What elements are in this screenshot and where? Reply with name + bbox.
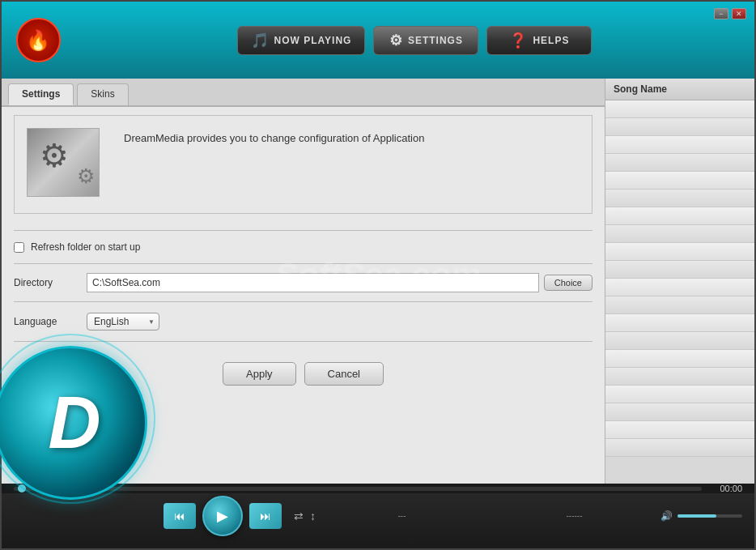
language-select[interactable]: EngLish [87, 313, 159, 330]
apply-button[interactable]: Apply [223, 362, 296, 386]
helps-label: HELPS [533, 35, 569, 46]
list-item[interactable] [605, 118, 754, 136]
list-item[interactable] [605, 386, 754, 403]
list-item[interactable] [605, 421, 754, 439]
list-item[interactable] [605, 296, 754, 314]
d-logo-letter: D [49, 382, 101, 465]
list-item[interactable] [605, 279, 754, 296]
settings-nav-label: SETTINGS [408, 35, 463, 46]
song-info-2: ------ [488, 511, 660, 520]
playlist-sidebar: Song Name [605, 79, 754, 484]
app-container: − ✕ 🎵 NOW PLAYING ⚙ SETTINGS ❓ HELPS [0, 0, 756, 550]
now-playing-label: NOW PLAYING [274, 35, 352, 46]
play-icon: ▶ [217, 507, 228, 525]
settings-button[interactable]: ⚙ SETTINGS [373, 26, 478, 55]
now-playing-button[interactable]: 🎵 NOW PLAYING [237, 26, 366, 55]
player-extras: ⇄ ↕ [294, 509, 316, 522]
player-controls: ⏮ ▶ ⏭ ⇄ ↕ --- ------ 🔊 [2, 493, 754, 538]
helps-icon: ❓ [509, 32, 528, 49]
refresh-checkbox[interactable] [14, 242, 24, 253]
settings-nav-icon: ⚙ [389, 32, 403, 49]
settings-icon-bg [27, 128, 100, 197]
volume-icon: 🔊 [660, 510, 673, 522]
settings-icon-image [27, 128, 108, 201]
repeat-button[interactable]: ↕ [310, 509, 316, 522]
directory-row: Directory Choice [14, 268, 592, 297]
list-item[interactable] [605, 350, 754, 368]
list-item[interactable] [605, 368, 754, 386]
list-item[interactable] [605, 403, 754, 421]
settings-description: DreamMedia provides you to change config… [124, 128, 580, 144]
volume-fill [677, 514, 716, 518]
time-display: 00:00 [710, 484, 742, 493]
directory-input[interactable] [87, 273, 539, 292]
directory-label: Directory [14, 277, 87, 288]
song-info: --- [316, 511, 488, 520]
list-item[interactable] [605, 261, 754, 279]
divider-1 [14, 230, 592, 231]
next-button[interactable]: ⏭ [249, 503, 282, 529]
app-logo [10, 12, 66, 69]
playlist-items [605, 100, 754, 481]
volume-area: 🔊 [660, 510, 742, 522]
now-playing-icon: 🎵 [251, 32, 270, 49]
settings-header-section: DreamMedia provides you to change config… [14, 115, 592, 214]
list-item[interactable] [605, 190, 754, 207]
divider-4 [14, 341, 592, 342]
nav-buttons: 🎵 NOW PLAYING ⚙ SETTINGS ❓ HELPS [83, 26, 746, 55]
d-logo: D [0, 346, 147, 500]
play-button[interactable]: ▶ [202, 496, 243, 536]
list-item[interactable] [605, 243, 754, 261]
list-item[interactable] [605, 225, 754, 243]
progress-track[interactable] [14, 487, 702, 491]
minimize-button[interactable]: − [714, 8, 728, 19]
list-item[interactable] [605, 154, 754, 172]
refresh-checkbox-row: Refresh folder on start up [14, 235, 592, 259]
phoenix-logo [16, 18, 61, 62]
divider-2 [14, 263, 592, 264]
list-item[interactable] [605, 207, 754, 225]
prev-button[interactable]: ⏮ [164, 503, 196, 529]
tab-skins[interactable]: Skins [77, 83, 128, 105]
tab-settings[interactable]: Settings [8, 83, 74, 105]
playlist-header: Song Name [605, 79, 754, 100]
language-select-wrapper: EngLish [87, 313, 159, 330]
divider-3 [14, 301, 592, 302]
language-label: Language [14, 316, 87, 327]
player-bar: 00:00 ⏮ ▶ ⏭ ⇄ ↕ --- ------ 🔊 [2, 484, 754, 548]
helps-button[interactable]: ❓ HELPS [486, 26, 592, 55]
refresh-label: Refresh folder on start up [31, 241, 140, 253]
list-item[interactable] [605, 172, 754, 190]
tabs: Settings Skins [2, 79, 605, 107]
list-item[interactable] [605, 100, 754, 118]
language-row: Language EngLish [14, 306, 592, 337]
volume-track[interactable] [677, 514, 742, 518]
close-button[interactable]: ✕ [732, 8, 746, 19]
choice-button[interactable]: Choice [544, 275, 592, 291]
list-item[interactable] [605, 136, 754, 154]
cancel-button[interactable]: Cancel [304, 362, 384, 386]
shuffle-button[interactable]: ⇄ [294, 509, 304, 522]
header: − ✕ 🎵 NOW PLAYING ⚙ SETTINGS ❓ HELPS [2, 2, 754, 79]
window-controls: − ✕ [714, 8, 746, 19]
list-item[interactable] [605, 439, 754, 457]
list-item[interactable] [605, 332, 754, 350]
list-item[interactable] [605, 314, 754, 332]
